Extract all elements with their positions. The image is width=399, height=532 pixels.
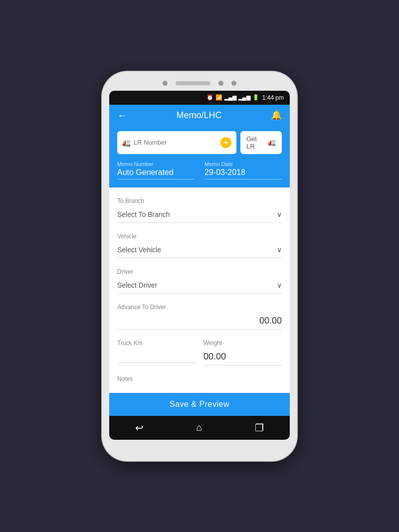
phone-shell: ⏰ 📶 ▂▄▆ ▂▄▆ 🔋 1:44 pm ← Memo/LHC 🔔 🚛 +	[102, 72, 297, 461]
notes-section: Notes	[109, 365, 290, 393]
to-branch-dropdown[interactable]: Select To Branch ∨	[117, 206, 282, 223]
vehicle-section: Vehicle Select Vehicle ∨	[109, 223, 290, 258]
vehicle-chevron-icon: ∨	[277, 246, 282, 254]
lr-number-input[interactable]	[134, 139, 217, 146]
memo-number-value: Auto Generated	[117, 168, 195, 179]
memo-date-value: 29-03-2018	[204, 168, 282, 179]
to-branch-chevron-icon: ∨	[277, 210, 282, 218]
page-title: Memo/LHC	[176, 110, 221, 121]
blue-form-section: 🚛 + Get LR 🚛 Memo Number Auto Generated …	[109, 126, 290, 187]
battery-icon: 🔋	[252, 94, 259, 101]
truck-icon-right: 🚛	[268, 139, 276, 146]
memo-date-field: Memo Date 29-03-2018	[204, 161, 282, 179]
truck-icon-left: 🚛	[122, 139, 131, 147]
wifi-icon: 📶	[215, 94, 222, 101]
memo-date-label: Memo Date	[204, 161, 282, 167]
weight-col: Weight 00.00	[203, 335, 282, 365]
alarm-icon: ⏰	[206, 94, 213, 101]
speaker-dot-left	[163, 81, 168, 86]
to-branch-label: To Branch	[117, 197, 282, 204]
truck-km-input[interactable]	[117, 349, 196, 363]
advance-section: Advance To Driver 00.00	[109, 294, 290, 330]
phone-bottom-bar	[109, 444, 290, 452]
truck-km-col: Truck Km	[117, 335, 196, 365]
bottom-navigation: ↩ ⌂ ❐	[109, 416, 290, 440]
to-branch-section: To Branch Select To Branch ∨	[109, 187, 290, 223]
memo-row: Memo Number Auto Generated Memo Date 29-…	[117, 161, 282, 179]
speaker-bar	[176, 81, 210, 85]
vehicle-dropdown[interactable]: Select Vehicle ∨	[117, 242, 282, 258]
notes-input[interactable]	[117, 384, 282, 393]
status-bar: ⏰ 📶 ▂▄▆ ▂▄▆ 🔋 1:44 pm	[109, 91, 290, 105]
recent-nav-icon[interactable]: ❐	[255, 422, 264, 434]
weight-amount-field[interactable]: 00.00	[203, 349, 282, 365]
get-lr-label: Get LR	[246, 135, 265, 150]
status-time: 1:44 pm	[262, 94, 284, 101]
lr-input-box[interactable]: 🚛 +	[117, 131, 236, 154]
truck-weight-row: Truck Km Weight 00.00	[109, 330, 290, 365]
advance-amount-field[interactable]: 00.00	[117, 313, 282, 330]
to-branch-placeholder: Select To Branch	[117, 210, 170, 218]
notes-label: Notes	[117, 375, 282, 382]
speaker-dot-right	[231, 81, 236, 86]
home-nav-icon[interactable]: ⌂	[196, 422, 202, 433]
vehicle-placeholder: Select Vehicle	[117, 246, 161, 254]
driver-chevron-icon: ∨	[277, 281, 282, 289]
save-preview-button[interactable]: Save & Preview	[109, 393, 290, 416]
lr-row: 🚛 + Get LR 🚛	[117, 131, 282, 154]
phone-top-bar	[109, 81, 290, 86]
save-preview-label: Save & Preview	[170, 400, 229, 408]
memo-number-label: Memo Number	[117, 161, 195, 167]
back-button[interactable]: ←	[117, 110, 127, 121]
signal-icon2: ▂▄▆	[238, 94, 250, 101]
get-lr-button[interactable]: Get LR 🚛	[240, 131, 282, 154]
status-icons: ⏰ 📶 ▂▄▆ ▂▄▆ 🔋	[206, 94, 259, 101]
phone-screen: ⏰ 📶 ▂▄▆ ▂▄▆ 🔋 1:44 pm ← Memo/LHC 🔔 🚛 +	[109, 91, 290, 440]
driver-dropdown[interactable]: Select Driver ∨	[117, 277, 282, 294]
memo-number-field: Memo Number Auto Generated	[117, 161, 195, 179]
signal-icon1: ▂▄▆	[224, 94, 236, 101]
driver-section: Driver Select Driver ∨	[109, 258, 290, 294]
vehicle-label: Vehicle	[117, 233, 282, 240]
app-header: ← Memo/LHC 🔔	[109, 105, 290, 126]
back-nav-icon[interactable]: ↩	[135, 422, 144, 434]
truck-km-label: Truck Km	[117, 340, 196, 347]
camera-dot	[218, 81, 223, 86]
weight-label: Weight	[203, 340, 282, 347]
driver-label: Driver	[117, 268, 282, 275]
advance-label: Advance To Driver	[117, 304, 282, 311]
notification-bell-icon[interactable]: 🔔	[271, 110, 282, 121]
driver-placeholder: Select Driver	[117, 281, 157, 289]
white-form-section: To Branch Select To Branch ∨ Vehicle Sel…	[109, 187, 290, 393]
add-lr-button[interactable]: +	[220, 137, 231, 148]
